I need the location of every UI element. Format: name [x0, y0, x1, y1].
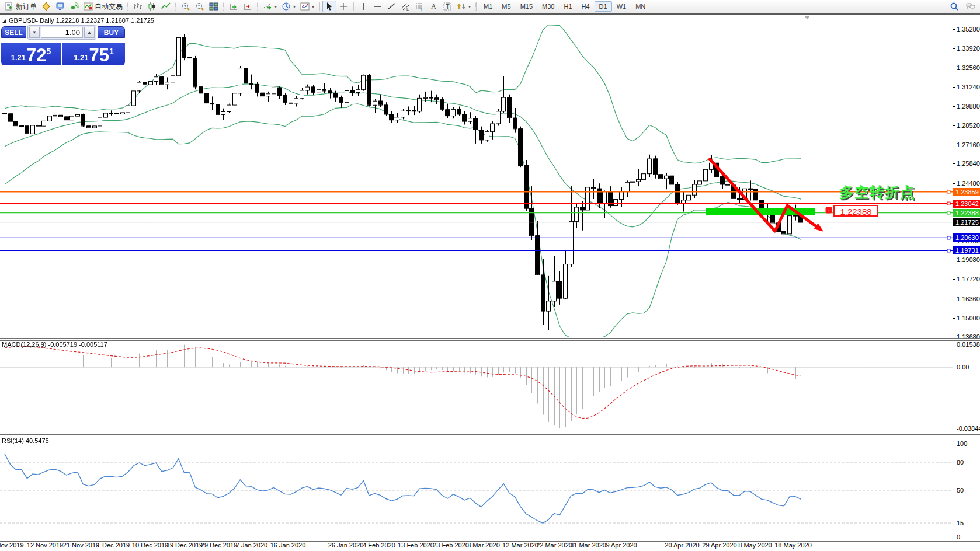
toolbar-zoom-out-button[interactable]	[193, 1, 207, 12]
buy-price-display[interactable]: 1.21 75 1	[62, 43, 125, 65]
toolbar-candle-chart-button[interactable]	[145, 1, 159, 12]
chevron-down-icon[interactable]: ▾	[293, 4, 296, 9]
toolbar-cursor-button[interactable]	[322, 1, 336, 12]
macd-panel-separator[interactable]	[0, 338, 980, 341]
toolbar-separator	[257, 2, 258, 11]
buy-price-big: 75	[89, 47, 109, 64]
toolbar-autotrading-button[interactable]: 自动交易	[81, 1, 125, 13]
strategy-tester-icon	[55, 2, 65, 11]
toolbar-chart-shift-button[interactable]	[241, 1, 255, 12]
price-tick	[953, 145, 955, 145]
timeframe-H4[interactable]: H4	[577, 1, 595, 12]
sell-price-small: 1.21	[11, 53, 26, 62]
toolbar-button-label: D1	[599, 3, 607, 10]
date-tick-label: 31 Mar 2020	[570, 542, 606, 549]
toolbar-crosshair-button[interactable]	[336, 1, 350, 12]
macd-panel-canvas[interactable]	[0, 340, 953, 434]
toolbar-arrows-button[interactable]: ▾	[454, 1, 473, 12]
indicators-icon	[263, 2, 272, 11]
toolbar-fibonacci-button[interactable]: F	[412, 1, 426, 12]
volume-stepper: ▼ 1.00 ▲	[27, 25, 96, 40]
hline-icon	[373, 2, 382, 11]
toolbar-equidistant-channel-button[interactable]: E	[398, 1, 412, 12]
chart-shift-marker[interactable]	[804, 16, 810, 19]
toolbar-signals-button[interactable]	[67, 1, 81, 12]
date-tick-label: 18 May 2020	[774, 542, 812, 549]
toolbar-text-label-button[interactable]: T	[440, 1, 454, 12]
date-tick-label: 21 Nov 2019	[63, 542, 99, 549]
toolbar-separator	[319, 2, 320, 11]
price-tick	[953, 125, 955, 126]
timeframe-M5[interactable]: M5	[497, 1, 515, 12]
price-chart-canvas[interactable]	[0, 14, 953, 337]
date-tick-label: 13 Feb 2020	[398, 542, 434, 549]
one-click-collapse-icon[interactable]: ◢	[2, 18, 6, 23]
toolbar-button-label: H4	[582, 3, 590, 10]
toolbar-templates-button[interactable]: ▾	[298, 1, 317, 12]
volume-input[interactable]: 1.00	[41, 27, 83, 38]
timeframe-D1[interactable]: D1	[595, 1, 612, 12]
buy-price-small: 1.21	[74, 53, 88, 62]
price-level-badge[interactable]: 1.19731	[953, 246, 980, 254]
toolbar-group-draw: EFAT▾	[356, 0, 473, 13]
price-level-badge[interactable]: 1.23042	[953, 200, 980, 208]
toolbar-zoom-in-button[interactable]	[179, 1, 193, 12]
sell-price-display[interactable]: 1.21 72 5	[1, 43, 61, 65]
toolbar-separator	[223, 2, 224, 11]
bar-chart-icon	[133, 2, 143, 11]
price-level-badge[interactable]: 1.20630	[953, 233, 980, 242]
date-tick-label: 19 Dec 2019	[166, 542, 203, 549]
toolbar-horizontal-line-button[interactable]	[370, 1, 384, 12]
toolbar-bar-chart-button[interactable]	[131, 1, 145, 12]
chevron-down-icon[interactable]: ▾	[312, 4, 314, 9]
toolbar-periods-button[interactable]: ▾	[279, 1, 298, 12]
toolbar-text-button[interactable]: A	[426, 1, 440, 12]
svg-text:T: T	[446, 3, 450, 10]
metaeditor-icon	[41, 2, 51, 11]
price-tick-label: 1.35280	[957, 26, 980, 33]
timeframe-M1[interactable]: M1	[479, 1, 497, 12]
price-callout-label[interactable]: 1.22388	[833, 205, 878, 217]
price-level-badge[interactable]: 1.23859	[953, 188, 980, 196]
chat-icon[interactable]	[966, 2, 975, 11]
timeframe-M15[interactable]: M15	[516, 1, 537, 12]
buy-button[interactable]: BUY	[98, 26, 125, 38]
date-tick-label: 16 Jan 2020	[270, 542, 306, 549]
sell-price-big: 72	[26, 47, 46, 64]
price-level-badge[interactable]: 1.22388	[953, 209, 980, 217]
date-tick-label: 20 Apr 2020	[665, 542, 699, 549]
rsi-panel-separator[interactable]	[0, 434, 980, 437]
rsi-panel-canvas[interactable]	[0, 436, 953, 539]
timeframe-W1[interactable]: W1	[612, 1, 631, 12]
toolbar-group-zoom	[179, 0, 221, 13]
symbol-ohlc-line: GBPUSD-,Daily 1.22218 1.22327 1.21607 1.…	[9, 17, 154, 24]
toolbar-strategy-tester-button[interactable]	[53, 1, 67, 12]
vline-icon	[359, 2, 368, 11]
timeframe-M30[interactable]: M30	[537, 1, 559, 12]
price-tick-label: 1.32560	[957, 64, 980, 71]
date-tick-label: 8 May 2020	[738, 542, 772, 549]
toolbar-metaeditor-button[interactable]	[39, 1, 53, 12]
chevron-down-icon[interactable]: ▾	[274, 4, 277, 9]
toolbar-new-order-button[interactable]: 新订单	[2, 1, 39, 13]
toolbar-auto-scroll-button[interactable]	[227, 1, 241, 12]
timeframe-MN[interactable]: MN	[631, 1, 650, 12]
price-tick	[953, 48, 955, 49]
volume-down-button[interactable]: ▼	[29, 27, 40, 38]
toolbar-button-label: M5	[502, 3, 510, 10]
line-chart-icon	[161, 2, 171, 11]
macd-axis-max-label: 0.015383	[957, 341, 980, 348]
toolbar-indicators-button[interactable]: ▾	[260, 1, 279, 12]
search-icon[interactable]	[950, 2, 959, 11]
volume-up-button[interactable]: ▲	[84, 27, 95, 38]
timeframe-H1[interactable]: H1	[559, 1, 576, 12]
toolbar-trendline-button[interactable]	[384, 1, 398, 12]
toolbar-vertical-line-button[interactable]	[356, 1, 370, 12]
chevron-down-icon[interactable]: ▾	[468, 4, 471, 9]
toolbar-tile-windows-button[interactable]	[207, 1, 221, 12]
one-click-trading-panel: SELL ▼ 1.00 ▲ BUY 1.21 72 5 1.21 75 1	[1, 26, 125, 65]
toolbar-button-label: M1	[484, 3, 492, 10]
sell-button[interactable]: SELL	[1, 26, 26, 38]
toolbar-line-chart-button[interactable]	[159, 1, 173, 12]
macd-header: MACD(12,26,9) -0.005719 -0.005117	[2, 341, 107, 348]
